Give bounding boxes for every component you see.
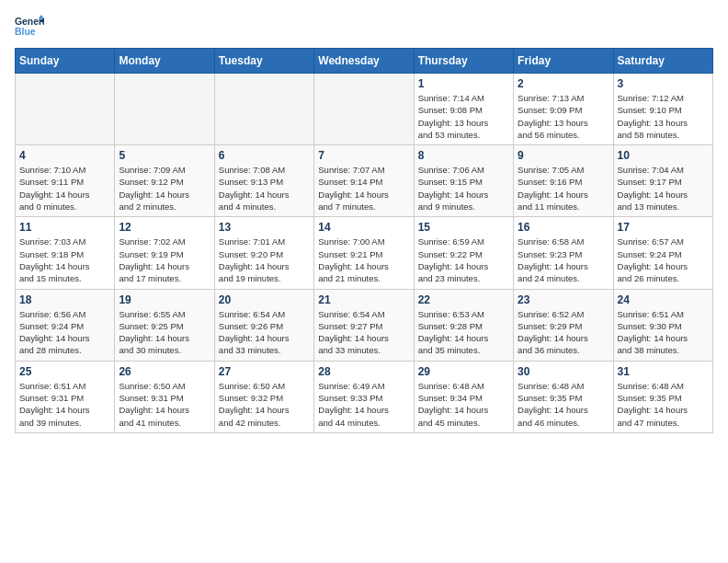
calendar-cell: 16Sunrise: 6:58 AM Sunset: 9:23 PM Dayli… <box>514 217 613 289</box>
calendar-cell: 22Sunrise: 6:53 AM Sunset: 9:28 PM Dayli… <box>414 289 513 361</box>
calendar-cell: 23Sunrise: 6:52 AM Sunset: 9:29 PM Dayli… <box>514 289 613 361</box>
day-number: 16 <box>518 221 609 234</box>
calendar-cell: 2Sunrise: 7:13 AM Sunset: 9:09 PM Daylig… <box>514 74 613 145</box>
day-info: Sunrise: 7:14 AM Sunset: 9:08 PM Dayligh… <box>418 92 509 141</box>
day-number: 23 <box>518 293 609 306</box>
day-info: Sunrise: 7:05 AM Sunset: 9:16 PM Dayligh… <box>518 164 609 213</box>
calendar-cell: 1Sunrise: 7:14 AM Sunset: 9:08 PM Daylig… <box>414 74 513 145</box>
calendar-week-5: 25Sunrise: 6:51 AM Sunset: 9:31 PM Dayli… <box>16 361 713 432</box>
calendar-cell: 14Sunrise: 7:00 AM Sunset: 9:21 PM Dayli… <box>314 217 414 289</box>
calendar-cell: 8Sunrise: 7:06 AM Sunset: 9:15 PM Daylig… <box>414 145 513 217</box>
day-info: Sunrise: 6:51 AM Sunset: 9:31 PM Dayligh… <box>19 380 110 429</box>
day-number: 31 <box>618 365 709 378</box>
day-info: Sunrise: 7:09 AM Sunset: 9:12 PM Dayligh… <box>119 164 210 213</box>
day-number: 8 <box>418 149 509 162</box>
day-info: Sunrise: 7:08 AM Sunset: 9:13 PM Dayligh… <box>219 164 310 213</box>
calendar-cell: 17Sunrise: 6:57 AM Sunset: 9:24 PM Dayli… <box>613 217 712 289</box>
day-number: 14 <box>318 221 409 234</box>
calendar-cell: 4Sunrise: 7:10 AM Sunset: 9:11 PM Daylig… <box>16 145 115 217</box>
day-number: 18 <box>19 293 110 306</box>
day-number: 2 <box>518 77 609 90</box>
calendar-cell: 15Sunrise: 6:59 AM Sunset: 9:22 PM Dayli… <box>414 217 513 289</box>
weekday-header-monday: Monday <box>115 49 214 74</box>
day-info: Sunrise: 7:12 AM Sunset: 9:10 PM Dayligh… <box>618 92 709 141</box>
calendar-table: SundayMondayTuesdayWednesdayThursdayFrid… <box>15 48 713 433</box>
calendar-cell: 31Sunrise: 6:48 AM Sunset: 9:35 PM Dayli… <box>613 361 712 432</box>
day-number: 20 <box>219 293 310 306</box>
day-number: 12 <box>119 221 210 234</box>
calendar-cell: 6Sunrise: 7:08 AM Sunset: 9:13 PM Daylig… <box>214 145 313 217</box>
day-info: Sunrise: 6:58 AM Sunset: 9:23 PM Dayligh… <box>518 236 609 284</box>
day-number: 9 <box>518 149 609 162</box>
day-number: 26 <box>119 365 210 378</box>
calendar-week-1: 1Sunrise: 7:14 AM Sunset: 9:08 PM Daylig… <box>16 74 713 145</box>
day-number: 11 <box>19 221 110 234</box>
calendar-cell <box>314 74 414 145</box>
day-info: Sunrise: 6:50 AM Sunset: 9:31 PM Dayligh… <box>119 380 210 429</box>
day-info: Sunrise: 6:48 AM Sunset: 9:35 PM Dayligh… <box>618 380 709 429</box>
day-number: 22 <box>418 293 509 306</box>
day-info: Sunrise: 6:49 AM Sunset: 9:33 PM Dayligh… <box>318 380 409 429</box>
day-info: Sunrise: 7:10 AM Sunset: 9:11 PM Dayligh… <box>19 164 110 213</box>
weekday-header-friday: Friday <box>514 49 613 74</box>
weekday-header-tuesday: Tuesday <box>214 49 313 74</box>
day-number: 15 <box>418 221 509 234</box>
day-info: Sunrise: 6:54 AM Sunset: 9:27 PM Dayligh… <box>318 308 409 357</box>
day-number: 30 <box>518 365 609 378</box>
calendar-cell: 24Sunrise: 6:51 AM Sunset: 9:30 PM Dayli… <box>613 289 712 361</box>
day-info: Sunrise: 7:13 AM Sunset: 9:09 PM Dayligh… <box>518 92 609 141</box>
day-info: Sunrise: 6:51 AM Sunset: 9:30 PM Dayligh… <box>618 308 709 357</box>
day-number: 6 <box>219 149 310 162</box>
weekday-header-wednesday: Wednesday <box>314 49 414 74</box>
calendar-cell: 28Sunrise: 6:49 AM Sunset: 9:33 PM Dayli… <box>314 361 414 432</box>
day-info: Sunrise: 7:07 AM Sunset: 9:14 PM Dayligh… <box>318 164 409 213</box>
day-info: Sunrise: 7:02 AM Sunset: 9:19 PM Dayligh… <box>119 236 210 284</box>
calendar-cell: 20Sunrise: 6:54 AM Sunset: 9:26 PM Dayli… <box>214 289 313 361</box>
weekday-header-saturday: Saturday <box>613 49 712 74</box>
day-number: 3 <box>618 77 709 90</box>
day-info: Sunrise: 7:03 AM Sunset: 9:18 PM Dayligh… <box>19 236 110 284</box>
day-info: Sunrise: 7:04 AM Sunset: 9:17 PM Dayligh… <box>618 164 709 213</box>
day-number: 21 <box>318 293 409 306</box>
calendar-cell: 10Sunrise: 7:04 AM Sunset: 9:17 PM Dayli… <box>613 145 712 217</box>
calendar-cell: 29Sunrise: 6:48 AM Sunset: 9:34 PM Dayli… <box>414 361 513 432</box>
logo: General Blue <box>15 15 44 40</box>
day-number: 10 <box>618 149 709 162</box>
calendar-cell: 26Sunrise: 6:50 AM Sunset: 9:31 PM Dayli… <box>115 361 214 432</box>
calendar-cell: 18Sunrise: 6:56 AM Sunset: 9:24 PM Dayli… <box>16 289 115 361</box>
day-number: 28 <box>318 365 409 378</box>
calendar-cell: 3Sunrise: 7:12 AM Sunset: 9:10 PM Daylig… <box>613 74 712 145</box>
day-number: 4 <box>19 149 110 162</box>
calendar-week-4: 18Sunrise: 6:56 AM Sunset: 9:24 PM Dayli… <box>16 289 713 361</box>
calendar-cell <box>214 74 313 145</box>
weekday-header-row: SundayMondayTuesdayWednesdayThursdayFrid… <box>16 49 713 74</box>
weekday-header-thursday: Thursday <box>414 49 513 74</box>
day-info: Sunrise: 7:00 AM Sunset: 9:21 PM Dayligh… <box>318 236 409 284</box>
day-number: 17 <box>618 221 709 234</box>
day-number: 5 <box>119 149 210 162</box>
day-info: Sunrise: 6:50 AM Sunset: 9:32 PM Dayligh… <box>219 380 310 429</box>
logo-icon: General Blue <box>15 15 44 40</box>
calendar-cell: 5Sunrise: 7:09 AM Sunset: 9:12 PM Daylig… <box>115 145 214 217</box>
svg-text:Blue: Blue <box>15 27 36 37</box>
day-info: Sunrise: 6:48 AM Sunset: 9:34 PM Dayligh… <box>418 380 509 429</box>
calendar-cell: 7Sunrise: 7:07 AM Sunset: 9:14 PM Daylig… <box>314 145 414 217</box>
calendar-cell: 19Sunrise: 6:55 AM Sunset: 9:25 PM Dayli… <box>115 289 214 361</box>
calendar-cell <box>115 74 214 145</box>
day-info: Sunrise: 6:57 AM Sunset: 9:24 PM Dayligh… <box>618 236 709 284</box>
calendar-cell: 9Sunrise: 7:05 AM Sunset: 9:16 PM Daylig… <box>514 145 613 217</box>
day-number: 24 <box>618 293 709 306</box>
page-header: General Blue <box>15 15 713 40</box>
calendar-cell <box>16 74 115 145</box>
day-info: Sunrise: 6:54 AM Sunset: 9:26 PM Dayligh… <box>219 308 310 357</box>
day-number: 19 <box>119 293 210 306</box>
calendar-week-2: 4Sunrise: 7:10 AM Sunset: 9:11 PM Daylig… <box>16 145 713 217</box>
day-number: 29 <box>418 365 509 378</box>
calendar-week-3: 11Sunrise: 7:03 AM Sunset: 9:18 PM Dayli… <box>16 217 713 289</box>
day-info: Sunrise: 6:53 AM Sunset: 9:28 PM Dayligh… <box>418 308 509 357</box>
calendar-cell: 21Sunrise: 6:54 AM Sunset: 9:27 PM Dayli… <box>314 289 414 361</box>
calendar-cell: 12Sunrise: 7:02 AM Sunset: 9:19 PM Dayli… <box>115 217 214 289</box>
calendar-cell: 27Sunrise: 6:50 AM Sunset: 9:32 PM Dayli… <box>214 361 313 432</box>
day-number: 27 <box>219 365 310 378</box>
calendar-cell: 30Sunrise: 6:48 AM Sunset: 9:35 PM Dayli… <box>514 361 613 432</box>
